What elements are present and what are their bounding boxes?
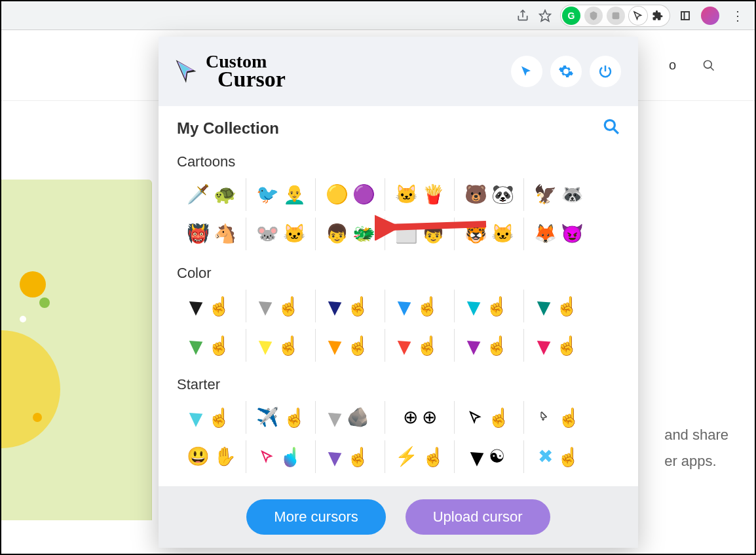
profile-avatar[interactable] — [701, 7, 719, 25]
puzzle-ext-icon[interactable] — [651, 9, 664, 22]
cursor-pack[interactable]: ☝ — [246, 440, 316, 473]
toggle-ext-icon[interactable] — [607, 7, 625, 25]
nav-fragment: o — [669, 58, 676, 73]
svg-line-5 — [711, 67, 714, 70]
extensions-group: G — [561, 5, 670, 26]
cursor-pack[interactable]: ⚡☝ — [385, 440, 455, 473]
share-icon[interactable] — [516, 9, 529, 22]
cursor-pack[interactable]: ☝ — [177, 290, 246, 322]
page-search-icon[interactable] — [702, 59, 715, 72]
cursor-pack[interactable]: ✈️☝ — [246, 401, 316, 434]
cursor-pack[interactable]: 🟡🟣 — [316, 178, 385, 211]
cursor-pack[interactable]: 🐯🐱 — [455, 218, 524, 250]
cursor-pack[interactable]: ☝ — [455, 329, 524, 362]
cursor-pack[interactable]: 👦🐲 — [316, 218, 385, 250]
cursor-pack[interactable]: ☝ — [246, 290, 316, 322]
cursor-pack[interactable]: ☝ — [177, 401, 246, 434]
cursor-row: 👹🐴 🐭🐱 👦🐲 ⬜👦 🐯🐱 🦊😈 — [177, 218, 620, 250]
cursor-row: 🗡️🐢 🐦👨‍🦲 🟡🟣 🐱🍟 🐻🐼 🦅🦝 — [177, 178, 620, 211]
logo-text: Custom Cursor — [206, 53, 286, 90]
cursor-pack[interactable]: 😃✋ — [177, 440, 246, 473]
category-title: Starter — [177, 376, 620, 393]
cursor-pack[interactable]: ✖☝ — [524, 440, 594, 473]
category-starter: Starter ☝ ✈️☝ 🪨 ⊕⊕ ☝ ☝ 😃✋ ☝ ☝ ⚡☝ ☯ ✖☝ — [177, 376, 620, 473]
category-title: Cartoons — [177, 153, 620, 170]
privacy-ext-icon[interactable] — [584, 7, 603, 25]
svg-line-7 — [613, 128, 618, 134]
chrome-menu-icon[interactable]: ⋮ — [728, 8, 747, 24]
collection-title-row: My Collection — [177, 118, 620, 139]
cursor-row: ☝ ☝ ☝ ☝ ☝ ☝ — [177, 290, 620, 322]
background-text: and share er apps. — [664, 422, 728, 474]
cursor-mode-button[interactable] — [511, 56, 542, 87]
more-cursors-button[interactable]: More cursors — [246, 499, 385, 535]
settings-button[interactable] — [550, 56, 582, 87]
cursor-pack[interactable]: 🪨 — [316, 401, 385, 434]
cursor-pack[interactable]: 🗡️🐢 — [177, 178, 246, 211]
svg-rect-2 — [681, 12, 689, 20]
popup-header: Custom Cursor — [159, 37, 638, 106]
cursor-pack[interactable]: 🦊😈 — [524, 218, 594, 250]
cursor-pack[interactable]: ☝ — [316, 440, 385, 473]
category-title: Color — [177, 265, 620, 282]
cursor-pack[interactable]: ☝ — [455, 290, 524, 322]
collection-title: My Collection — [177, 119, 279, 138]
cursor-pack[interactable]: ☝ — [524, 401, 594, 434]
upload-cursor-button[interactable]: Upload cursor — [406, 499, 550, 535]
cursor-pack[interactable]: ☝ — [316, 290, 385, 322]
popup-body: My Collection Cartoons 🗡️🐢 🐦👨‍🦲 🟡🟣 🐱🍟 🐻🐼… — [159, 106, 638, 486]
svg-rect-1 — [613, 12, 620, 19]
cursor-pack[interactable]: ☝ — [385, 329, 455, 362]
cursor-pack[interactable]: ⊕⊕ — [385, 401, 455, 434]
cursor-row: ☝ ☝ ☝ ☝ ☝ ☝ — [177, 329, 620, 362]
cursor-pack[interactable]: ☝ — [246, 329, 316, 362]
cursor-row: 😃✋ ☝ ☝ ⚡☝ ☯ ✖☝ — [177, 440, 620, 473]
cursor-pack[interactable]: ☯ — [455, 440, 524, 473]
cursor-pack[interactable]: ☝ — [524, 329, 594, 362]
category-cartoons: Cartoons 🗡️🐢 🐦👨‍🦲 🟡🟣 🐱🍟 🐻🐼 🦅🦝 👹🐴 🐭🐱 👦🐲 ⬜… — [177, 153, 620, 250]
grammarly-ext-icon[interactable]: G — [562, 7, 580, 25]
window-icon[interactable] — [679, 9, 692, 22]
star-icon[interactable] — [539, 9, 552, 22]
browser-toolbar: G ⋮ — [1, 1, 755, 30]
popup-footer: More cursors Upload cursor — [159, 486, 638, 548]
cursor-pack[interactable]: ☝ — [524, 290, 594, 322]
cursor-pack[interactable]: 🐱🍟 — [385, 178, 455, 211]
search-icon[interactable] — [603, 118, 620, 139]
cursor-pack[interactable]: ☝ — [455, 401, 524, 434]
power-button[interactable] — [590, 56, 621, 87]
hero-illustration — [1, 180, 152, 520]
extension-popup: Custom Cursor My Collection Cartoons — [159, 37, 638, 548]
custom-cursor-ext-icon[interactable] — [629, 7, 647, 25]
svg-point-6 — [605, 120, 614, 130]
cursor-pack[interactable]: 👹🐴 — [177, 218, 246, 250]
category-color: Color ☝ ☝ ☝ ☝ ☝ ☝ ☝ ☝ ☝ ☝ ☝ ☝ — [177, 265, 620, 362]
cursor-pack[interactable]: 🐭🐱 — [246, 218, 316, 250]
cursor-pack[interactable]: ⬜👦 — [385, 218, 455, 250]
cursor-row: ☝ ✈️☝ 🪨 ⊕⊕ ☝ ☝ — [177, 401, 620, 434]
svg-point-4 — [704, 60, 712, 68]
cursor-pack[interactable]: 🐻🐼 — [455, 178, 524, 211]
cursor-pack[interactable]: ☝ — [385, 290, 455, 322]
logo-arrow-icon — [172, 57, 200, 86]
custom-cursor-logo: Custom Cursor — [172, 53, 286, 90]
svg-marker-0 — [540, 10, 551, 21]
cursor-pack[interactable]: 🐦👨‍🦲 — [246, 178, 316, 211]
cursor-pack[interactable]: ☝ — [177, 329, 246, 362]
cursor-pack[interactable]: 🦅🦝 — [524, 178, 594, 211]
cursor-pack[interactable]: ☝ — [316, 329, 385, 362]
